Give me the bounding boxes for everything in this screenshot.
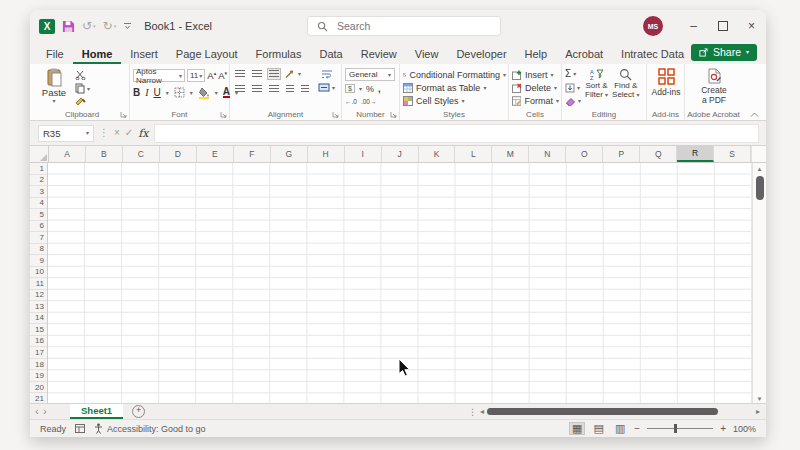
save-icon[interactable] <box>62 20 75 33</box>
column-header-L[interactable]: L <box>455 146 492 162</box>
format-cells-button[interactable]: Format▾ <box>512 94 559 107</box>
enter-icon[interactable]: ✓ <box>125 128 133 138</box>
tab-developer[interactable]: Developer <box>447 45 515 64</box>
top-align-button[interactable] <box>233 68 247 80</box>
collapse-ribbon-button[interactable] <box>750 112 759 118</box>
column-header-M[interactable]: M <box>492 146 529 162</box>
column-header-F[interactable]: F <box>234 146 271 162</box>
increase-font-button[interactable]: A▴ <box>207 71 216 81</box>
orientation-button[interactable] <box>284 69 295 79</box>
row-header-21[interactable]: 21 <box>30 393 47 403</box>
find-select-button[interactable]: Find & Select ▾ <box>612 68 639 107</box>
minimize-button[interactable]: – <box>679 10 708 42</box>
tab-data[interactable]: Data <box>310 45 351 64</box>
vertical-scroll-thumb[interactable] <box>756 176 764 200</box>
row-header-8[interactable]: 8 <box>30 244 47 256</box>
sheet-tab-sheet1[interactable]: Sheet1 <box>70 404 123 419</box>
undo-button[interactable]: ↺▾ <box>82 20 96 32</box>
comma-style-button[interactable]: , <box>378 84 381 94</box>
tab-home[interactable]: Home <box>73 45 122 64</box>
column-header-O[interactable]: O <box>566 146 603 162</box>
insert-function-icon[interactable]: fx <box>138 127 148 140</box>
excel-logo-icon[interactable]: X <box>39 19 55 34</box>
share-button[interactable]: Share ▾ <box>691 44 757 61</box>
bottom-align-button[interactable] <box>267 68 281 80</box>
addins-button[interactable]: Add-ins <box>650 68 682 98</box>
create-pdf-button[interactable]: Create a PDF <box>688 68 740 106</box>
tab-formulas[interactable]: Formulas <box>247 45 311 64</box>
wrap-text-button[interactable] <box>321 69 333 79</box>
row-header-2[interactable]: 2 <box>30 175 47 187</box>
maximize-button[interactable] <box>708 10 737 42</box>
underline-button[interactable]: U <box>154 87 161 98</box>
cell-styles-button[interactable]: Cell Styles▾ <box>403 94 506 107</box>
formula-input[interactable] <box>154 124 759 143</box>
accounting-format-button[interactable]: $ <box>345 84 355 93</box>
insert-cells-button[interactable]: Insert▾ <box>512 68 559 81</box>
fill-button[interactable]: ▾ <box>565 82 581 94</box>
tab-help[interactable]: Help <box>516 45 557 64</box>
accessibility-status[interactable]: Accessibility: Good to go <box>94 423 206 434</box>
tab-view[interactable]: View <box>406 45 448 64</box>
page-layout-view-button[interactable]: ▤ <box>591 423 605 434</box>
row-header-13[interactable]: 13 <box>30 301 47 313</box>
row-header-6[interactable]: 6 <box>30 221 47 233</box>
zoom-slider-thumb[interactable] <box>674 424 677 433</box>
fill-color-button[interactable] <box>198 87 210 99</box>
row-header-9[interactable]: 9 <box>30 255 47 267</box>
row-header-14[interactable]: 14 <box>30 313 47 325</box>
borders-button[interactable] <box>174 87 185 98</box>
page-break-view-button[interactable]: ▥ <box>613 423 627 434</box>
tab-intratec-data[interactable]: Intratec Data <box>612 45 693 64</box>
tab-review[interactable]: Review <box>352 45 406 64</box>
row-header-12[interactable]: 12 <box>30 290 47 302</box>
copy-button[interactable]: ▾ <box>75 83 90 94</box>
align-left-button[interactable] <box>233 83 247 95</box>
format-as-table-button[interactable]: Format as Table▾ <box>403 81 506 94</box>
redo-button[interactable]: ↻▾ <box>103 20 117 32</box>
column-header-B[interactable]: B <box>86 146 123 162</box>
close-button[interactable]: × <box>737 10 766 42</box>
row-header-7[interactable]: 7 <box>30 232 47 244</box>
cells-area[interactable] <box>48 163 752 403</box>
decrease-decimal-button[interactable]: .00→ <box>361 98 377 105</box>
formula-bar-dots-icon[interactable]: ⋮ <box>99 128 109 138</box>
decrease-indent-button[interactable] <box>284 83 296 95</box>
column-header-E[interactable]: E <box>197 146 234 162</box>
column-header-K[interactable]: K <box>419 146 456 162</box>
row-header-11[interactable]: 11 <box>30 278 47 290</box>
align-right-button[interactable] <box>267 83 281 95</box>
search-input[interactable] <box>335 19 479 33</box>
row-header-18[interactable]: 18 <box>30 359 47 371</box>
percent-style-button[interactable]: % <box>366 84 374 94</box>
autosum-button[interactable]: Σ▾ <box>565 68 581 80</box>
column-header-G[interactable]: G <box>271 146 308 162</box>
vertical-scrollbar[interactable]: ▴ ▾ <box>752 163 766 403</box>
user-avatar[interactable]: MS <box>643 16 663 36</box>
number-format-select[interactable]: General▾ <box>345 68 395 81</box>
scroll-left-icon[interactable]: ◂ <box>480 407 484 416</box>
clear-button[interactable]: ▾ <box>565 95 581 107</box>
sheet-nav-right-icon[interactable]: › <box>38 404 52 419</box>
row-header-15[interactable]: 15 <box>30 324 47 336</box>
bold-button[interactable]: B <box>133 87 140 98</box>
column-header-A[interactable]: A <box>49 146 86 162</box>
customize-qat-icon[interactable] <box>123 22 132 30</box>
scroll-down-icon[interactable]: ▾ <box>758 395 762 403</box>
horizontal-scroll-thumb[interactable] <box>487 408 718 415</box>
row-header-3[interactable]: 3 <box>30 186 47 198</box>
font-color-button[interactable]: A <box>223 88 230 98</box>
normal-view-button[interactable]: ▦ <box>570 423 584 434</box>
increase-decimal-button[interactable]: ←.0 <box>345 98 357 105</box>
decrease-font-button[interactable]: A▾ <box>218 71 227 81</box>
zoom-level[interactable]: 100% <box>733 424 756 434</box>
scroll-up-icon[interactable]: ▴ <box>758 165 762 173</box>
new-sheet-button[interactable]: + <box>132 405 145 418</box>
row-header-1[interactable]: 1 <box>30 163 47 175</box>
scrollbar-resize-handle[interactable]: ⋮ <box>468 407 477 417</box>
italic-button[interactable]: I <box>145 87 148 98</box>
row-header-4[interactable]: 4 <box>30 198 47 210</box>
format-painter-button[interactable] <box>75 97 90 107</box>
tab-page-layout[interactable]: Page Layout <box>167 45 247 64</box>
column-header-J[interactable]: J <box>382 146 419 162</box>
